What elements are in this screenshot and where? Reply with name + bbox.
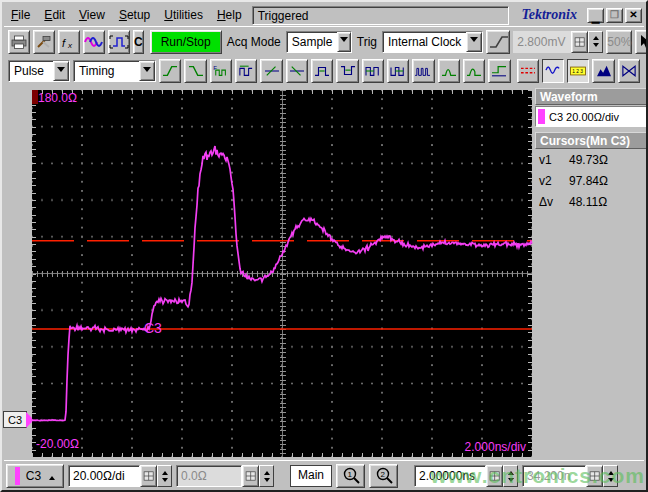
context-help-button[interactable]: ? xyxy=(635,30,648,54)
keypad-button[interactable] xyxy=(586,465,603,487)
horizontal-delay-field: 34.200n xyxy=(522,465,586,487)
timebase-field[interactable]: 2.00000ns xyxy=(414,465,486,487)
menu-help[interactable]: Help xyxy=(210,5,249,25)
vertical-scale-stepper[interactable] xyxy=(157,465,172,487)
keypad-icon xyxy=(573,35,587,49)
trigger-slope-rising-icon xyxy=(487,34,509,50)
cursor-row-v1: v1 49.73Ω xyxy=(535,149,647,170)
vertical-offset-spinner: 0.0Ω xyxy=(176,465,274,487)
timebase-spinner: 2.00000ns xyxy=(414,465,518,487)
restore-icon: ❐ xyxy=(610,9,619,21)
positive-cross-button[interactable] xyxy=(260,59,282,83)
waveform-display-button[interactable] xyxy=(542,59,564,83)
positive-duty-button[interactable] xyxy=(362,59,384,83)
mask-button[interactable] xyxy=(618,59,640,83)
waveform-plot[interactable] xyxy=(32,90,532,457)
keypad-button[interactable] xyxy=(242,465,259,487)
menu-utilities[interactable]: Utilities xyxy=(157,5,210,25)
cursor-row-v2: v2 97.84Ω xyxy=(535,170,647,191)
positive-overshoot-button[interactable] xyxy=(438,59,460,83)
help-pointer-icon: ? xyxy=(636,34,648,50)
waveform-entry-label: C3 20.00Ω/div xyxy=(549,111,619,123)
vertical-offset-stepper[interactable] xyxy=(259,465,274,487)
fall-time-icon xyxy=(187,64,205,78)
trigger-level-stepper[interactable] xyxy=(588,31,603,53)
print-button[interactable] xyxy=(8,30,30,54)
main-toolbar: fx C Run/Stop Acq Mode Sample Trig Inter… xyxy=(4,26,644,56)
negative-cross-icon xyxy=(288,64,306,78)
cursors-icon xyxy=(519,64,537,78)
acq-mode-select[interactable]: Sample xyxy=(286,31,352,53)
delay-icon xyxy=(490,64,508,78)
magnifier-1-icon: 1 xyxy=(341,467,361,485)
waveform-graticule[interactable]: 180.0Ω -20.00Ω 2.000ns/div C3 xyxy=(32,90,532,457)
menu-file[interactable]: File xyxy=(4,5,37,25)
negative-duty-icon xyxy=(389,64,407,78)
restore-button[interactable]: ❐ xyxy=(606,8,623,23)
channel-select-label: C3 xyxy=(26,469,41,483)
chevron-down-icon[interactable] xyxy=(337,32,350,52)
chevron-down-icon[interactable] xyxy=(466,32,482,52)
measure-readout-button[interactable]: 1 2 3 xyxy=(567,59,589,83)
horizontal-delay-stepper[interactable] xyxy=(603,465,618,487)
chevron-down-icon[interactable] xyxy=(53,61,69,81)
keypad-icon xyxy=(488,469,502,483)
cursor-dv-name: Δv xyxy=(539,195,569,209)
negative-duty-button[interactable] xyxy=(387,59,409,83)
cursor-v1-name: v1 xyxy=(539,153,569,167)
cursors-panel-header: Cursors(Mn C3) xyxy=(535,132,647,149)
keypad-icon xyxy=(588,469,602,483)
pulse-select-button[interactable] xyxy=(108,30,130,54)
measure-category-select[interactable]: Pulse xyxy=(8,60,70,82)
histogram-button[interactable] xyxy=(592,59,614,83)
vertical-top-label: 180.0Ω xyxy=(38,91,77,105)
set-50-percent-button[interactable]: 50% xyxy=(606,30,632,54)
rise-time-button[interactable] xyxy=(159,59,181,83)
keypad-button[interactable] xyxy=(486,465,503,487)
svg-text:f: f xyxy=(62,36,66,48)
trigger-slope-button[interactable] xyxy=(486,30,510,54)
tektronix-logo: Tektronix xyxy=(512,7,588,23)
timebase-stepper[interactable] xyxy=(503,465,518,487)
menu-edit[interactable]: Edit xyxy=(37,5,72,25)
period-button[interactable] xyxy=(235,59,257,83)
keypad-button[interactable] xyxy=(140,465,157,487)
measure-category-value: Pulse xyxy=(9,64,53,78)
burst-width-button[interactable] xyxy=(412,59,434,83)
math-fx-button[interactable]: fx xyxy=(58,30,80,54)
frequency-button[interactable]: F xyxy=(210,59,232,83)
positive-width-button[interactable] xyxy=(311,59,333,83)
fall-time-button[interactable] xyxy=(184,59,206,83)
measure-readout-icon: 1 2 3 xyxy=(569,64,587,78)
display-area: C3 180.0Ω -20.00Ω 2.000ns/div C3 xyxy=(2,86,646,460)
keypad-button[interactable] xyxy=(571,31,588,53)
run-stop-button[interactable]: Run/Stop xyxy=(150,30,222,54)
mag2-zoom-button[interactable]: 2 xyxy=(369,464,398,488)
close-button[interactable]: ✕ xyxy=(625,8,642,23)
tools-button[interactable] xyxy=(33,30,55,54)
chevron-down-icon[interactable] xyxy=(139,61,155,81)
vertical-scale-field[interactable]: 20.00Ω/di xyxy=(68,465,140,487)
measure-group-select[interactable]: Timing xyxy=(73,60,156,82)
negative-width-button[interactable] xyxy=(336,59,358,83)
trigger-source-select[interactable]: Internal Clock xyxy=(382,31,483,53)
cursor-v2-name: v2 xyxy=(539,174,569,188)
mag1-zoom-button[interactable]: 1 xyxy=(336,464,365,488)
vertical-scale-spinner: 20.00Ω/di xyxy=(68,465,172,487)
clear-button[interactable]: C xyxy=(133,30,144,54)
minimize-button[interactable]: ▁ xyxy=(587,8,604,23)
negative-cross-button[interactable] xyxy=(286,59,308,83)
waveform-database-button[interactable] xyxy=(83,30,105,54)
drop-up-icon xyxy=(49,473,55,480)
delay-button[interactable] xyxy=(488,59,510,83)
positive-cross-icon xyxy=(263,64,281,78)
waveform-list-entry[interactable]: C3 20.00Ω/div xyxy=(535,106,647,127)
menu-setup[interactable]: Setup xyxy=(112,5,157,25)
menu-view[interactable]: View xyxy=(72,5,112,25)
window-buttons: ▁ ❐ ✕ xyxy=(587,8,644,23)
negative-overshoot-button[interactable] xyxy=(463,59,485,83)
magnifier-2-icon: 2 xyxy=(374,467,394,485)
channel-select-button[interactable]: C3 xyxy=(6,464,64,488)
cursors-button[interactable] xyxy=(517,59,539,83)
trigger-level-field[interactable]: 2.800mV xyxy=(513,31,571,53)
